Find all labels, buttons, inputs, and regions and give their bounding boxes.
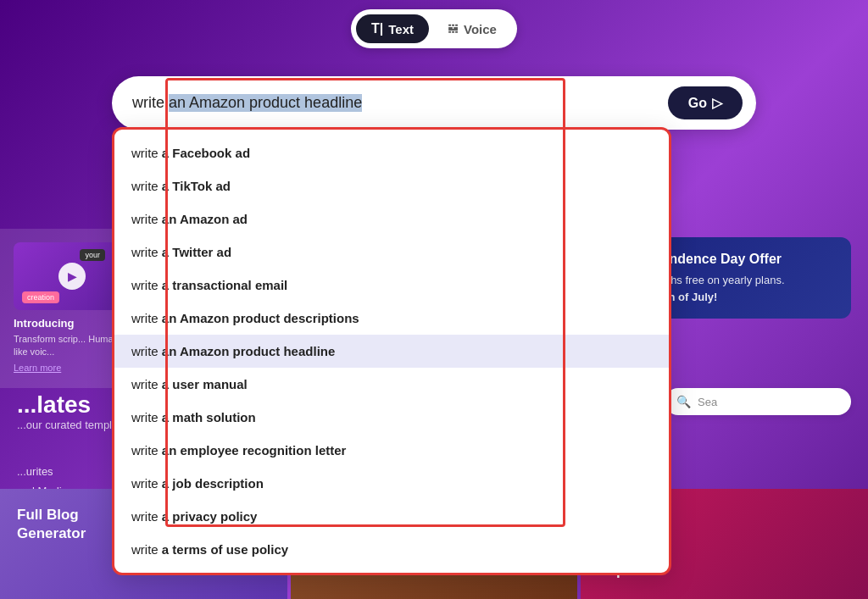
dropdown-item-7[interactable]: write an Amazon product headline xyxy=(114,335,669,368)
go-label: Go xyxy=(688,96,707,111)
voice-label: Voice xyxy=(464,22,497,36)
search-area: Go ▷ write a Facebook ad write a TikTok … xyxy=(112,76,756,130)
dropdown-item-10[interactable]: write an employee recognition letter xyxy=(114,434,669,467)
dropdown-item-11[interactable]: write a job description xyxy=(114,467,669,500)
dropdown-item-5[interactable]: write a transactional email xyxy=(114,269,669,302)
dropdown-item-13[interactable]: write a terms of use policy xyxy=(114,533,669,566)
voice-mode-button[interactable]: 𝍇 Voice xyxy=(432,15,512,43)
search-icon: 🔍 xyxy=(676,395,691,408)
play-button[interactable]: ▶ xyxy=(58,263,86,290)
mode-toggle-bar: T| Text 𝍇 Voice xyxy=(0,0,868,58)
your-label: your xyxy=(80,249,105,261)
dropdown-item-4[interactable]: write a Twitter ad xyxy=(114,236,669,269)
dropdown-item-12[interactable]: write a privacy policy xyxy=(114,500,669,533)
template-search-bar[interactable]: 🔍 xyxy=(665,388,851,415)
text-icon: T| xyxy=(371,21,383,36)
text-label: Text xyxy=(388,22,414,36)
dropdown-item-3[interactable]: write an Amazon ad xyxy=(114,202,669,236)
main-search-bar: Go ▷ xyxy=(112,76,756,130)
go-icon: ▷ xyxy=(712,95,722,111)
go-button[interactable]: Go ▷ xyxy=(668,86,743,119)
mode-toggle-pill: T| Text 𝍇 Voice xyxy=(351,9,517,48)
dropdown-item-8[interactable]: write a user manual xyxy=(114,368,669,401)
voice-icon: 𝍇 xyxy=(448,22,459,36)
dropdown-item-9[interactable]: write a math solution xyxy=(114,401,669,434)
dropdown-item-6[interactable]: write an Amazon product descriptions xyxy=(114,302,669,335)
creation-label: creation xyxy=(22,291,59,303)
autocomplete-dropdown: write a Facebook ad write a TikTok ad wr… xyxy=(112,127,671,575)
learn-more-link[interactable]: Learn more xyxy=(14,363,61,373)
text-mode-button[interactable]: T| Text xyxy=(356,14,429,43)
filter-favorites[interactable]: ...urites xyxy=(17,462,68,481)
dropdown-item-2[interactable]: write a TikTok ad xyxy=(114,169,669,202)
template-search-input[interactable] xyxy=(698,396,839,408)
main-search-input[interactable] xyxy=(132,94,668,112)
dropdown-item-1[interactable]: write a Facebook ad xyxy=(114,136,669,169)
